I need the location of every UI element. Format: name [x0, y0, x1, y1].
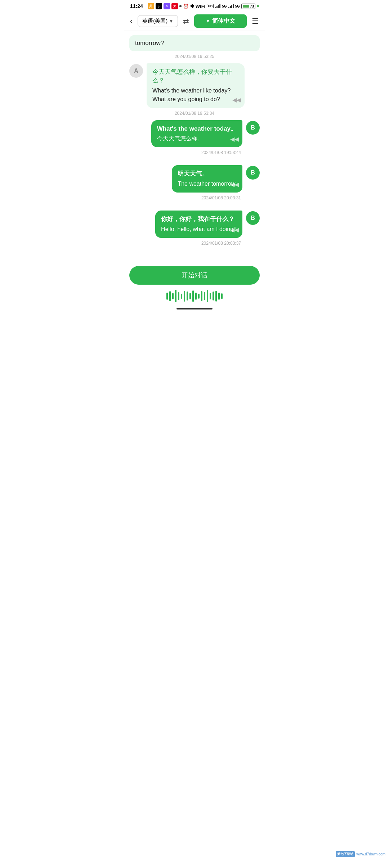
wave-bar: [204, 292, 205, 300]
hd-badge: HD: [207, 4, 214, 8]
bottom-bar: [124, 306, 265, 313]
status-icons: 美 ♪ S 大 ⏰ ✱ WiFi HD 5G 5G 73: [148, 3, 259, 9]
bubble-2-english: 今天天气怎么样。: [157, 135, 203, 141]
source-language-button[interactable]: 英语(美国) ▼: [138, 15, 178, 27]
wave-bar: [187, 291, 188, 300]
start-conversation-button[interactable]: 开始对话: [129, 266, 260, 285]
avatar-a: A: [129, 64, 143, 78]
wave-bar: [218, 293, 220, 300]
bluetooth-icon: ✱: [190, 4, 194, 9]
bubble-1-chinese: 今天天气怎么样，你要去干什么？: [152, 68, 239, 85]
wave-bar: [198, 294, 200, 299]
douyin-icon: ♪: [156, 3, 162, 9]
battery-dot: [257, 5, 259, 7]
speaker-icon-2[interactable]: ◀◀: [230, 135, 239, 144]
timestamp-4: 2024/01/08 20:03:37: [129, 241, 260, 246]
start-button-wrap: 开始对话: [124, 262, 265, 288]
message-row: A 今天天气怎么样，你要去干什么？ What's the weather lik…: [129, 63, 260, 108]
source-lang-label: 英语(美国): [142, 18, 167, 24]
battery-indicator: 73: [241, 4, 255, 9]
source-lang-arrow-icon: ▼: [169, 19, 173, 24]
wave-bar: [181, 294, 182, 299]
home-indicator: [176, 308, 213, 309]
bubble-3[interactable]: 明天天气。 The weather tomorrow. ◀◀: [172, 165, 242, 193]
alarm-icon: ⏰: [183, 4, 189, 9]
message-row-3: 明天天气。 The weather tomorrow. ◀◀ B: [129, 165, 260, 193]
wave-bar: [184, 291, 185, 302]
wave-bar: [210, 293, 211, 299]
bubble-wrap-3: 明天天气。 The weather tomorrow. ◀◀: [172, 165, 242, 193]
status-time: 11:24: [130, 3, 143, 9]
wave-bar: [166, 293, 168, 300]
speaker-icon-4[interactable]: ◀◀: [230, 226, 239, 234]
wave-bar: [189, 293, 191, 299]
bubble-wrap-1: 今天天气怎么样，你要去干什么？ What's the weather like …: [147, 63, 245, 108]
bubble-wrap-2: What's the weather today。 今天天气怎么样。 ◀◀: [151, 120, 242, 148]
timestamp-2: 2024/01/08 19:53:44: [129, 150, 260, 155]
wave-bar: [213, 291, 214, 300]
wifi-icon: WiFi: [196, 4, 205, 9]
wave-bar: [175, 290, 176, 302]
signal-icon-2: [228, 4, 234, 8]
bubble-1[interactable]: 今天天气怎么样，你要去干什么？ What's the weather like …: [147, 63, 245, 108]
wave-bar: [178, 292, 179, 300]
bubble-1-english: What's the weather like today? What are …: [152, 87, 231, 102]
wave-bar: [221, 293, 223, 299]
wave-bar: [195, 293, 197, 300]
timestamp-1: 2024/01/08 19:53:34: [129, 111, 260, 116]
wave-bar: [215, 291, 217, 302]
speaker-icon-3[interactable]: ◀◀: [230, 180, 239, 189]
avatar-b-2: B: [246, 121, 260, 135]
timestamp-3: 2024/01/08 20:03:31: [129, 195, 260, 200]
bubble-4[interactable]: 你好，你好，我在干什么？ Hello, hello, what am I doi…: [155, 211, 242, 238]
bubble-4-english: Hello, hello, what am I doing?: [161, 226, 237, 232]
avatar-b-4: B: [246, 211, 260, 225]
signal-icon-1: [215, 4, 220, 8]
menu-button[interactable]: ☰: [250, 17, 260, 26]
bubble-wrap-4: 你好，你好，我在干什么？ Hello, hello, what am I doi…: [155, 211, 242, 238]
message-row-2: What's the weather today。 今天天气怎么样。 ◀◀ B: [129, 120, 260, 148]
bubble-2-chinese: What's the weather today。: [157, 125, 237, 133]
message-row-4: 你好，你好，我在干什么？ Hello, hello, what am I doi…: [129, 211, 260, 238]
wave-bar: [201, 291, 202, 301]
meituan-icon: 美: [148, 3, 154, 9]
timestamp-0: 2024/01/08 19:53:25: [129, 54, 260, 59]
5g-label: 5G: [222, 4, 227, 8]
dianping-icon: 大: [171, 3, 178, 9]
partial-message-text: tomorrow?: [135, 40, 164, 46]
bubble-3-chinese: 明天天气。: [178, 169, 237, 178]
swap-languages-button[interactable]: ⇄: [182, 17, 191, 26]
wave-bar: [192, 290, 194, 302]
partial-message: tomorrow?: [129, 35, 260, 51]
5g-label-2: 5G: [235, 4, 240, 8]
chat-area: tomorrow? 2024/01/08 19:53:25 A 今天天气怎么样，…: [124, 31, 265, 262]
toolbar: ‹ 英语(美国) ▼ ⇄ ▼ 简体中文 ☰: [124, 12, 265, 31]
battery-percent: 73: [250, 4, 254, 8]
status-bar: 11:24 美 ♪ S 大 ⏰ ✱ WiFi HD 5G 5G 73: [124, 0, 265, 12]
audio-waveform: [124, 288, 265, 306]
target-lang-arrow-icon: ▼: [206, 19, 210, 24]
avatar-b-3: B: [246, 166, 260, 180]
bubble-4-chinese: 你好，你好，我在干什么？: [161, 215, 237, 223]
wave-bar: [172, 293, 174, 299]
wave-bar: [207, 290, 208, 302]
back-button[interactable]: ‹: [129, 17, 134, 26]
target-lang-label: 简体中文: [212, 17, 235, 25]
bubble-2[interactable]: What's the weather today。 今天天气怎么样。 ◀◀: [151, 120, 242, 148]
soul-icon: S: [164, 3, 170, 9]
dot-indicator: [179, 5, 182, 7]
speaker-icon-1[interactable]: ◀◀: [232, 96, 241, 104]
wave-bar: [169, 291, 171, 301]
bubble-3-english: The weather tomorrow.: [178, 181, 237, 187]
target-language-button[interactable]: ▼ 简体中文: [194, 14, 247, 28]
